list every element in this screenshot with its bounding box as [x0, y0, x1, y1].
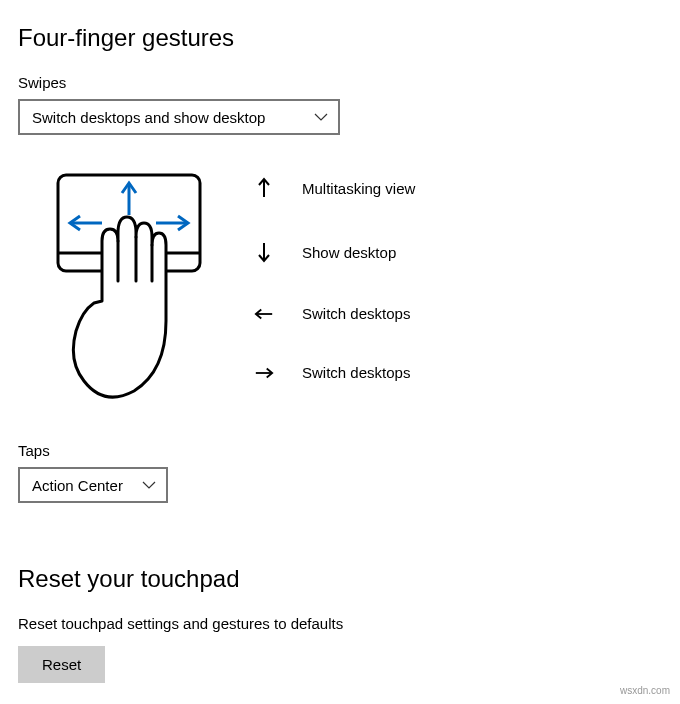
swipes-dropdown[interactable]: Switch desktops and show desktop [18, 99, 340, 135]
gesture-up-label: Multitasking view [302, 180, 415, 197]
touchpad-gesture-illustration [54, 171, 204, 414]
reset-description: Reset touchpad settings and gestures to … [18, 615, 662, 632]
gesture-down-label: Show desktop [302, 244, 396, 261]
gesture-right-label: Switch desktops [302, 364, 410, 381]
gesture-direction-list: Multitasking view Show desktop Switch de… [254, 171, 415, 381]
arrow-left-icon [254, 307, 274, 321]
taps-dropdown-value: Action Center [32, 477, 123, 494]
watermark-text: wsxdn.com [620, 685, 670, 696]
swipes-dropdown-value: Switch desktops and show desktop [32, 109, 265, 126]
arrow-up-icon [254, 177, 274, 199]
reset-button[interactable]: Reset [18, 646, 105, 683]
chevron-down-icon [142, 481, 156, 489]
reset-section-title: Reset your touchpad [18, 565, 662, 593]
gesture-left-label: Switch desktops [302, 305, 410, 322]
swipes-label: Swipes [18, 74, 662, 91]
taps-dropdown[interactable]: Action Center [18, 467, 168, 503]
arrow-down-icon [254, 241, 274, 263]
arrow-right-icon [254, 366, 274, 380]
gesture-left-row: Switch desktops [254, 305, 415, 322]
section-title: Four-finger gestures [18, 24, 662, 52]
gesture-right-row: Switch desktops [254, 364, 415, 381]
taps-label: Taps [18, 442, 662, 459]
gesture-down-row: Show desktop [254, 241, 415, 263]
chevron-down-icon [314, 113, 328, 121]
gesture-up-row: Multitasking view [254, 177, 415, 199]
